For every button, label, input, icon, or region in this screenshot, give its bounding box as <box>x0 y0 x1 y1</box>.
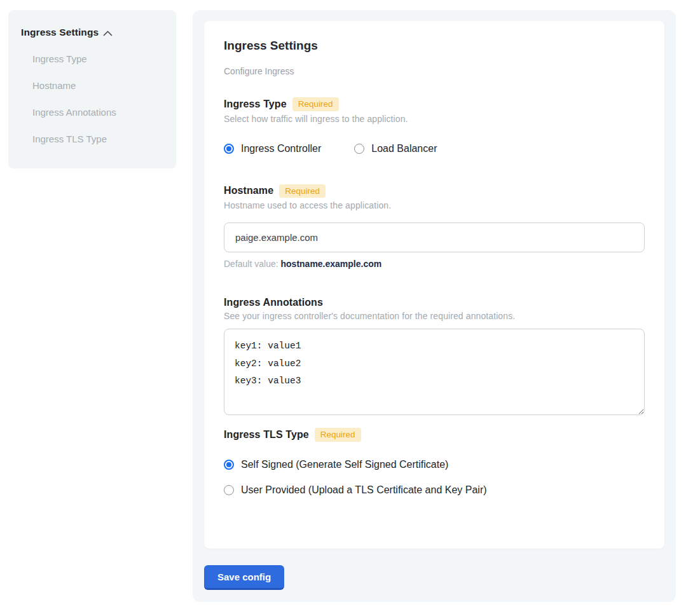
ingress-type-description: Select how traffic will ingress to the a… <box>224 114 645 124</box>
radio-unselected-icon[interactable] <box>224 485 234 495</box>
sidebar-item-ingress-type[interactable]: Ingress Type <box>21 54 163 64</box>
ingress-type-label: Ingress Type <box>224 99 287 110</box>
radio-self-signed[interactable]: Self Signed (Generate Self Signed Certif… <box>224 459 645 470</box>
hostname-default-hint: Default value: hostname.example.com <box>224 259 645 269</box>
hostname-label: Hostname <box>224 185 273 196</box>
ingress-settings-panel: Ingress Settings Configure Ingress Ingre… <box>193 10 676 602</box>
save-config-button[interactable]: Save config <box>204 565 284 590</box>
sidebar-nav: Ingress Type Hostname Ingress Annotation… <box>21 54 163 144</box>
default-value: hostname.example.com <box>281 259 382 269</box>
radio-load-balancer[interactable]: Load Balancer <box>354 143 437 154</box>
radio-selected-icon[interactable] <box>224 144 234 154</box>
required-badge: Required <box>279 184 326 198</box>
settings-sidebar: Ingress Settings Ingress Type Hostname I… <box>8 10 176 168</box>
page-subtitle: Configure Ingress <box>224 66 645 76</box>
sidebar-item-ingress-tls-type[interactable]: Ingress TLS Type <box>21 134 163 144</box>
radio-selected-icon[interactable] <box>224 460 234 470</box>
radio-user-provided[interactable]: User Provided (Upload a TLS Certificate … <box>224 484 645 496</box>
ingress-type-section: Ingress Type Required Select how traffic… <box>224 97 645 154</box>
hostname-section: Hostname Required Hostname used to acces… <box>224 184 645 270</box>
chevron-up-icon <box>103 30 113 37</box>
hostname-description: Hostname used to access the application. <box>224 200 645 210</box>
page-title: Ingress Settings <box>224 39 645 53</box>
default-prefix: Default value: <box>224 259 281 269</box>
ingress-tls-type-section: Ingress TLS Type Required Self Signed (G… <box>224 428 645 496</box>
sidebar-item-hostname[interactable]: Hostname <box>21 81 163 91</box>
radio-unselected-icon[interactable] <box>354 144 364 154</box>
ingress-tls-radio-group: Self Signed (Generate Self Signed Certif… <box>224 459 645 496</box>
ingress-annotations-section: Ingress Annotations See your ingress con… <box>224 297 645 415</box>
ingress-tls-type-label: Ingress TLS Type <box>224 429 309 441</box>
sidebar-section-title: Ingress Settings <box>21 27 99 38</box>
hostname-input[interactable] <box>224 222 645 252</box>
ingress-annotations-description: See your ingress controller's documentat… <box>224 311 645 321</box>
radio-ingress-controller[interactable]: Ingress Controller <box>224 143 321 154</box>
required-badge: Required <box>292 97 339 111</box>
sidebar-item-ingress-annotations[interactable]: Ingress Annotations <box>21 107 163 118</box>
required-badge: Required <box>315 428 361 442</box>
ingress-annotations-label: Ingress Annotations <box>224 297 323 308</box>
sidebar-section-header[interactable]: Ingress Settings <box>21 27 163 38</box>
ingress-type-radio-group: Ingress Controller Load Balancer <box>224 143 645 154</box>
ingress-settings-card: Ingress Settings Configure Ingress Ingre… <box>204 21 664 549</box>
ingress-annotations-textarea[interactable] <box>224 329 645 415</box>
